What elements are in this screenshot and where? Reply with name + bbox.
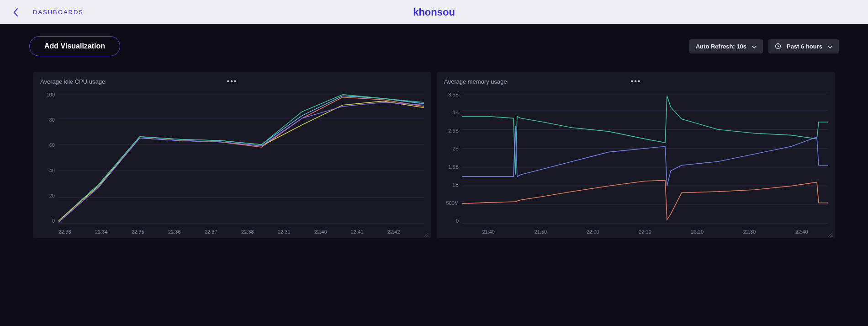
time-range-select[interactable]: Past 6 hours [768, 39, 839, 53]
clock-icon [775, 43, 781, 49]
y-axis-labels: 3.5B3B2.5B2B1.5B1B500M0 [444, 92, 460, 224]
chart-plot [58, 92, 424, 224]
resize-handle-icon[interactable] [828, 231, 832, 235]
x-axis-labels: 21:4021:5022:0022:1022:2022:3022:40 [462, 229, 828, 235]
chart-plot [462, 92, 828, 224]
back-icon[interactable] [13, 7, 19, 17]
panels-row: Average idle CPU usage ••• 100806040200 … [0, 56, 868, 238]
chart-memory: 3.5B3B2.5B2B1.5B1B500M0 21:4021:5022:002… [444, 92, 828, 224]
topbar: DASHBOARDS khonsou [0, 0, 868, 24]
chevron-down-icon [752, 44, 757, 48]
toolbar: Add Visualization Auto Refresh: 10s Past… [0, 24, 868, 56]
resize-handle-icon[interactable] [424, 231, 429, 235]
panel-memory: Average memory usage ••• 3.5B3B2.5B2B1.5… [437, 72, 835, 238]
panel-cpu: Average idle CPU usage ••• 100806040200 … [33, 72, 431, 238]
panel-menu-icon[interactable]: ••• [227, 77, 238, 86]
toolbar-right: Auto Refresh: 10s Past 6 hours [689, 39, 839, 53]
breadcrumb[interactable]: DASHBOARDS [33, 9, 84, 16]
panel-menu-icon[interactable]: ••• [631, 77, 641, 86]
x-axis-labels: 22:3322:3422:3522:3622:3722:3822:3922:40… [58, 229, 424, 235]
chart-cpu: 100806040200 22:3322:3422:3522:3622:3722… [40, 92, 424, 224]
chevron-down-icon [828, 44, 832, 48]
add-visualization-button[interactable]: Add Visualization [29, 36, 120, 56]
auto-refresh-label: Auto Refresh: 10s [696, 43, 746, 50]
page-title: khonsou [413, 6, 455, 18]
auto-refresh-select[interactable]: Auto Refresh: 10s [689, 39, 763, 53]
y-axis-labels: 100806040200 [40, 92, 57, 224]
time-range-label: Past 6 hours [787, 43, 822, 50]
